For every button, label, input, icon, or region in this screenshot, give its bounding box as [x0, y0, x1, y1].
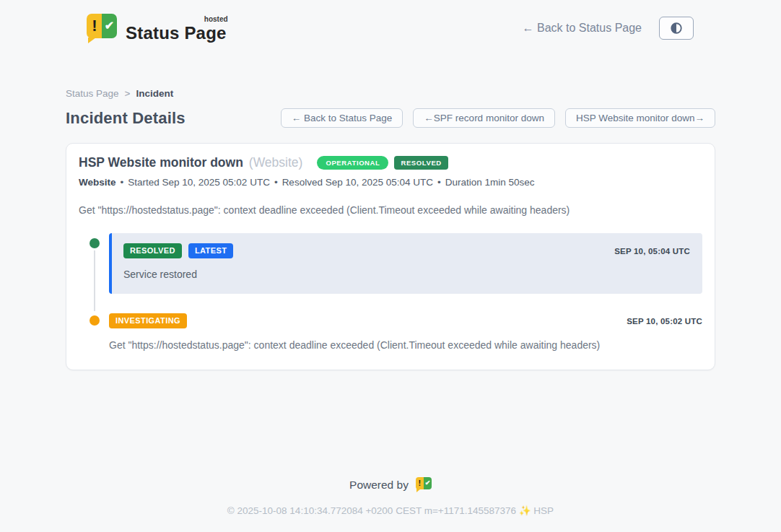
breadcrumb-status-page[interactable]: Status Page — [66, 88, 119, 99]
powered-by-label: Powered by — [349, 479, 409, 492]
logo-title: Status Page — [126, 23, 227, 43]
resolved-badge: RESOLVED — [123, 243, 182, 258]
status-page-mini-logo-icon: ! ✔ — [416, 477, 432, 492]
logo-hosted-tag: hosted — [204, 15, 228, 23]
header: ! ✔ hosted Status Page ← Back to Status … — [0, 0, 781, 45]
incident-description: Get "https://hostedstatus.page": context… — [79, 204, 702, 216]
incident-timeline: RESOLVED LATEST SEP 10, 05:04 UTC Servic… — [79, 233, 702, 351]
status-page-logo-icon: ! ✔ — [87, 14, 117, 43]
timeline-timestamp: SEP 10, 05:02 UTC — [627, 317, 702, 326]
timeline-timestamp: SEP 10, 05:04 UTC — [614, 247, 690, 256]
breadcrumb: Status Page > Incident — [66, 88, 715, 99]
timeline-dot-green — [90, 238, 100, 248]
main-content: Status Page > Incident Incident Details … — [66, 88, 715, 370]
investigating-badge: INVESTIGATING — [109, 313, 187, 328]
powered-by-link[interactable]: Powered by ! ✔ — [349, 477, 432, 492]
breadcrumb-separator: > — [125, 88, 131, 99]
exclamation-icon: ! — [87, 16, 102, 36]
timeline-item-resolved: RESOLVED LATEST SEP 10, 05:04 UTC Servic… — [79, 233, 702, 294]
meta-started: Started Sep 10, 2025 05:02 UTC — [128, 177, 270, 188]
resolved-state-badge: RESOLVED — [394, 156, 448, 170]
copyright-text: © 2025-10-08 14:10:34.772084 +0200 CEST … — [0, 505, 781, 516]
breadcrumb-incident: Incident — [136, 88, 173, 99]
incident-card: HSP Website monitor down (Website) OPERA… — [66, 143, 715, 370]
meta-resolved: Resolved Sep 10, 2025 05:04 UTC — [282, 177, 433, 188]
theme-toggle-button[interactable] — [659, 17, 694, 40]
footer: Powered by ! ✔ © 2025-10-08 14:10:34.772… — [0, 477, 781, 516]
title-row: Incident Details ← Back to Status Page ←… — [66, 108, 715, 128]
checkmark-icon: ✔ — [102, 17, 117, 35]
contrast-half-circle-icon — [670, 22, 683, 35]
incident-meta: Website • Started Sep 10, 2025 05:02 UTC… — [79, 177, 702, 188]
incident-title: HSP Website monitor down — [79, 155, 243, 170]
meta-component: Website — [79, 177, 116, 188]
next-incident-button[interactable]: HSP Website monitor down→ — [565, 108, 715, 128]
incident-component: (Website) — [249, 155, 303, 170]
timeline-dot-orange — [90, 315, 100, 326]
incident-nav-buttons: ← Back to Status Page ←SPF record monito… — [281, 108, 715, 128]
back-to-status-page-button[interactable]: ← Back to Status Page — [281, 108, 403, 128]
logo[interactable]: ! ✔ hosted Status Page — [87, 14, 230, 43]
incident-card-header: HSP Website monitor down (Website) OPERA… — [79, 155, 702, 170]
timeline-update-card: RESOLVED LATEST SEP 10, 05:04 UTC Servic… — [109, 233, 702, 294]
timeline-message: Get "https://hostedstatus.page": context… — [109, 339, 702, 351]
prev-incident-button[interactable]: ←SPF record monitor down — [413, 108, 555, 128]
page-title: Incident Details — [66, 109, 186, 128]
timeline-message: Service restored — [123, 269, 690, 280]
latest-badge: LATEST — [188, 243, 233, 258]
operational-status-badge: OPERATIONAL — [317, 156, 388, 170]
header-back-link[interactable]: ← Back to Status Page — [523, 22, 642, 35]
meta-duration: Duration 1min 50sec — [445, 177, 535, 188]
timeline-item-investigating: INVESTIGATING SEP 10, 05:02 UTC Get "htt… — [79, 313, 702, 351]
